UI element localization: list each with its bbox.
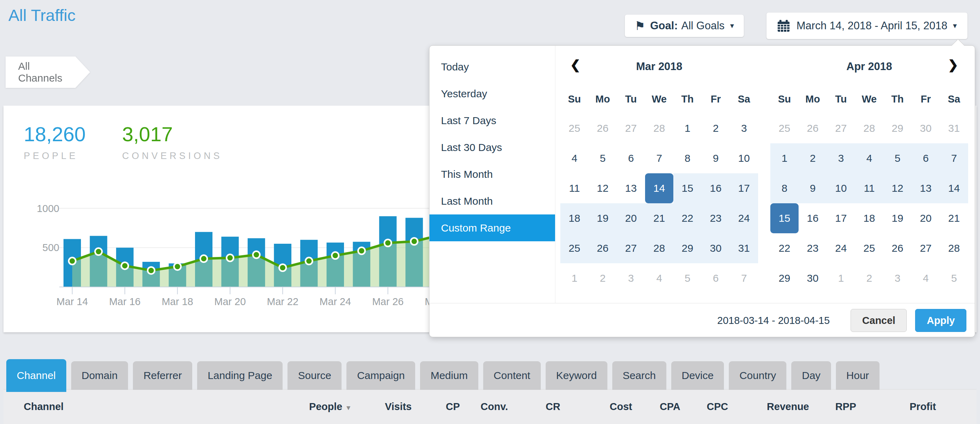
day-apr-22[interactable]: 22 xyxy=(770,233,799,263)
preset-last-month[interactable]: Last Month xyxy=(430,187,555,214)
column-header-profit[interactable]: Profit xyxy=(856,401,936,413)
day-mar-21[interactable]: 21 xyxy=(645,203,673,233)
day-apr-1[interactable]: 1 xyxy=(827,263,855,293)
column-header-visits[interactable]: Visits xyxy=(352,401,412,413)
day-apr-17[interactable]: 17 xyxy=(827,203,855,233)
day-apr-5[interactable]: 5 xyxy=(940,263,968,293)
day-apr-24[interactable]: 24 xyxy=(827,233,855,263)
day-apr-30[interactable]: 30 xyxy=(799,263,827,293)
column-header-people[interactable]: People▼ xyxy=(287,401,352,413)
preset-last-7-days[interactable]: Last 7 Days xyxy=(430,107,555,134)
day-mar-9[interactable]: 9 xyxy=(702,143,730,173)
day-apr-26[interactable]: 26 xyxy=(883,233,912,263)
day-apr-10[interactable]: 10 xyxy=(827,173,855,203)
day-mar-7[interactable]: 7 xyxy=(730,263,758,293)
chevron-left-icon[interactable]: ❮ xyxy=(570,57,581,72)
column-header-cpc[interactable]: CPC xyxy=(680,401,728,413)
tab-search[interactable]: Search xyxy=(612,361,667,390)
column-header-cr[interactable]: CR xyxy=(508,401,560,413)
day-mar-23[interactable]: 23 xyxy=(702,203,730,233)
tab-content[interactable]: Content xyxy=(483,361,541,390)
day-mar-26[interactable]: 26 xyxy=(589,233,617,263)
day-apr-4[interactable]: 4 xyxy=(912,263,940,293)
day-apr-3[interactable]: 3 xyxy=(883,263,912,293)
tab-source[interactable]: Source xyxy=(288,361,342,390)
day-apr-14[interactable]: 14 xyxy=(940,173,968,203)
day-mar-16[interactable]: 16 xyxy=(702,173,730,203)
day-mar-7[interactable]: 7 xyxy=(645,143,673,173)
day-mar-8[interactable]: 8 xyxy=(673,143,702,173)
day-mar-31[interactable]: 31 xyxy=(730,233,758,263)
day-apr-31[interactable]: 31 xyxy=(940,113,968,143)
column-header-revenue[interactable]: Revenue xyxy=(728,401,809,413)
day-mar-10[interactable]: 10 xyxy=(730,143,758,173)
day-mar-27[interactable]: 27 xyxy=(617,113,645,143)
point-mar-16[interactable] xyxy=(121,262,128,269)
day-mar-2[interactable]: 2 xyxy=(702,113,730,143)
day-mar-27[interactable]: 27 xyxy=(617,233,645,263)
point-mar-27[interactable] xyxy=(410,238,418,245)
tab-hour[interactable]: Hour xyxy=(836,361,880,390)
day-apr-12[interactable]: 12 xyxy=(883,173,912,203)
day-mar-19[interactable]: 19 xyxy=(589,203,617,233)
day-mar-2[interactable]: 2 xyxy=(589,263,617,293)
day-mar-17[interactable]: 17 xyxy=(730,173,758,203)
column-header-cp[interactable]: CP xyxy=(412,401,460,413)
preset-yesterday[interactable]: Yesterday xyxy=(430,80,555,107)
day-mar-24[interactable]: 24 xyxy=(730,203,758,233)
tab-domain[interactable]: Domain xyxy=(71,361,128,390)
day-apr-6[interactable]: 6 xyxy=(912,143,940,173)
point-mar-18[interactable] xyxy=(174,263,181,270)
point-mar-15[interactable] xyxy=(95,248,102,255)
day-apr-2[interactable]: 2 xyxy=(799,143,827,173)
day-mar-3[interactable]: 3 xyxy=(730,113,758,143)
point-mar-19[interactable] xyxy=(200,255,207,262)
point-mar-26[interactable] xyxy=(385,240,391,246)
goal-selector-button[interactable]: ⚑ Goal: All Goals ▾ xyxy=(625,15,744,37)
point-mar-25[interactable] xyxy=(358,247,365,254)
day-apr-27[interactable]: 27 xyxy=(912,233,940,263)
day-mar-1[interactable]: 1 xyxy=(673,113,702,143)
day-mar-25[interactable]: 25 xyxy=(560,113,589,143)
preset-last-30-days[interactable]: Last 30 Days xyxy=(430,134,555,161)
point-mar-21[interactable] xyxy=(253,251,260,258)
daterange-button[interactable]: March 14, 2018 - April 15, 2018 ▾ xyxy=(767,13,967,39)
day-apr-28[interactable]: 28 xyxy=(940,233,968,263)
day-apr-16[interactable]: 16 xyxy=(799,203,827,233)
day-apr-27[interactable]: 27 xyxy=(827,113,855,143)
day-apr-19[interactable]: 19 xyxy=(883,203,912,233)
day-apr-1[interactable]: 1 xyxy=(770,143,799,173)
day-mar-22[interactable]: 22 xyxy=(673,203,702,233)
day-mar-26[interactable]: 26 xyxy=(589,113,617,143)
day-apr-25[interactable]: 25 xyxy=(770,113,799,143)
day-apr-29[interactable]: 29 xyxy=(770,263,799,293)
column-header-cpa[interactable]: CPA xyxy=(632,401,680,413)
point-mar-17[interactable] xyxy=(148,267,154,274)
tab-referrer[interactable]: Referrer xyxy=(133,361,192,390)
column-header-rpp[interactable]: RPP xyxy=(809,401,856,413)
tab-campaign[interactable]: Campaign xyxy=(347,361,415,390)
tab-channel[interactable]: Channel xyxy=(6,359,66,392)
preset-this-month[interactable]: This Month xyxy=(430,161,555,187)
tab-landing-page[interactable]: Landing Page xyxy=(197,361,283,390)
column-header-channel[interactable]: Channel xyxy=(3,401,287,413)
tab-medium[interactable]: Medium xyxy=(420,361,478,390)
day-mar-29[interactable]: 29 xyxy=(673,233,702,263)
chevron-right-icon[interactable]: ❯ xyxy=(948,57,958,72)
tab-keyword[interactable]: Keyword xyxy=(546,361,608,390)
day-apr-5[interactable]: 5 xyxy=(883,143,912,173)
tab-country[interactable]: Country xyxy=(729,361,786,390)
day-apr-26[interactable]: 26 xyxy=(799,113,827,143)
preset-today[interactable]: Today xyxy=(430,53,555,80)
point-mar-20[interactable] xyxy=(226,254,234,262)
day-mar-4[interactable]: 4 xyxy=(645,263,673,293)
day-apr-21[interactable]: 21 xyxy=(940,203,968,233)
day-apr-11[interactable]: 11 xyxy=(855,173,883,203)
day-mar-13[interactable]: 13 xyxy=(617,173,645,203)
day-mar-28[interactable]: 28 xyxy=(645,233,673,263)
day-mar-11[interactable]: 11 xyxy=(560,173,589,203)
cancel-button[interactable]: Cancel xyxy=(851,309,907,332)
tab-device[interactable]: Device xyxy=(671,361,724,390)
day-mar-25[interactable]: 25 xyxy=(560,233,589,263)
day-apr-28[interactable]: 28 xyxy=(855,113,883,143)
